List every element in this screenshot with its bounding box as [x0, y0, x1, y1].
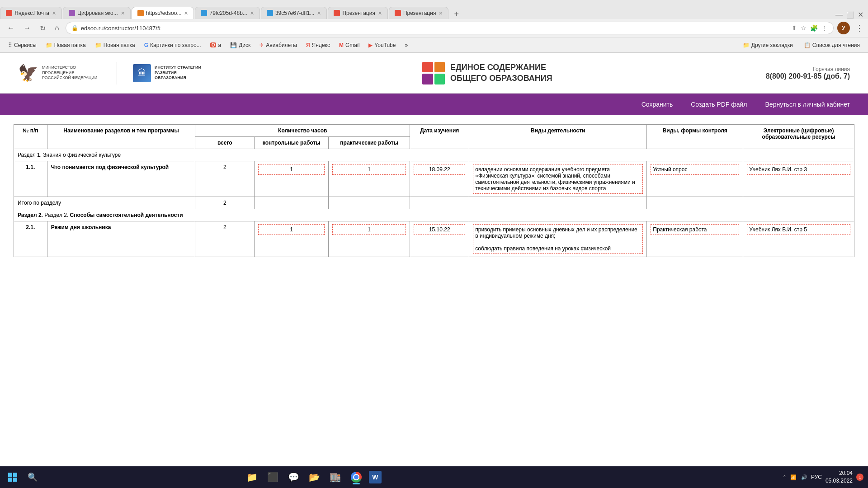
browser-menu-icon[interactable]: ⋮: [855, 23, 863, 33]
word-icon[interactable]: W: [369, 471, 382, 483]
filemanager-icon[interactable]: 📂: [307, 469, 323, 485]
bookmark-youtube[interactable]: ▶ YouTube: [365, 41, 399, 50]
restore-button[interactable]: ⬜: [846, 11, 854, 19]
tab-close-1[interactable]: ✕: [52, 10, 56, 16]
minimize-button[interactable]: —: [835, 11, 843, 19]
address-bar[interactable]: 🔒 edsoo.ru/constructor/110487/# ⬆ ☆ 🧩 ⋮: [66, 22, 834, 34]
row-1-1-activity-input[interactable]: овладении основами содержания учебного п…: [473, 164, 643, 194]
row-2-1-control: Практическая работа: [647, 221, 743, 257]
bookmark-gmail[interactable]: M Gmail: [335, 41, 363, 50]
taskbar-teams[interactable]: 💬: [284, 469, 303, 485]
bookmark-folder-2-icon: 📁: [95, 42, 102, 48]
tab-edsoo[interactable]: https://edsoo... ✕: [132, 7, 194, 19]
row-1-1-practice-input[interactable]: 1: [332, 164, 406, 175]
taskbar-chrome[interactable]: [347, 469, 366, 485]
new-tab-button[interactable]: +: [449, 9, 463, 19]
win-sq-3: [8, 478, 12, 482]
taskbar-search-button[interactable]: 🔍: [24, 469, 41, 485]
row-2-1-control-type-input[interactable]: Практическая работа: [651, 224, 739, 235]
bookmark-youtube-icon: ▶: [368, 42, 373, 48]
taskbar-word[interactable]: W: [368, 471, 383, 483]
row-1-1-control-input[interactable]: 1: [258, 164, 325, 175]
taskbar-filemanager[interactable]: 📂: [305, 469, 324, 485]
eagle-icon: 🦅: [18, 64, 38, 83]
bookmark-other[interactable]: 📁 Другие закладки: [739, 41, 797, 50]
profile-menu-icon[interactable]: ⋮: [821, 24, 828, 32]
main-title-line2: ОБЩЕГО ОБРАЗОВАНИЯ: [450, 73, 552, 84]
tab-close-7[interactable]: ✕: [439, 10, 443, 16]
bookmark-avia[interactable]: ✈ Авиабилеты: [256, 41, 301, 50]
tray-up-arrow[interactable]: ^: [783, 474, 786, 480]
bookmark-odnoklassniki[interactable]: О а: [207, 41, 225, 50]
tab-digital-eco[interactable]: Цифровая эко... ✕: [63, 7, 131, 19]
row-1-1-resources-input[interactable]: Учебник Лях В.И. стр 3: [747, 164, 850, 175]
tab-close-2[interactable]: ✕: [121, 10, 125, 16]
taskbar: 🔍 📁 ⬛ 💬 📂 🏬 W: [0, 466, 868, 488]
row-2-1-control-input[interactable]: 1: [258, 224, 325, 235]
clock-time: 20:04: [826, 469, 853, 477]
profile-avatar[interactable]: У: [837, 22, 850, 34]
extensions-icon[interactable]: 🧩: [810, 24, 818, 32]
section-2-title-text: Раздел 2.: [18, 212, 44, 218]
start-button[interactable]: [5, 469, 21, 485]
share-icon[interactable]: ⬆: [792, 24, 797, 32]
close-button[interactable]: ✕: [858, 10, 863, 19]
save-button[interactable]: Сохранить: [642, 97, 673, 112]
tab-presentation-2[interactable]: Презентация ✕: [389, 7, 449, 19]
main-title-line1: ЕДИНОЕ СОДЕРЖАНИЕ: [450, 62, 552, 73]
bookmark-images[interactable]: G Картинки по запро...: [141, 41, 205, 50]
taskbar-file-explorer[interactable]: 📁: [243, 469, 262, 485]
forward-button[interactable]: →: [21, 23, 33, 33]
tab-close-5[interactable]: ✕: [317, 10, 321, 16]
row-1-1-hours-total: 2: [195, 161, 255, 197]
main-title: ЕДИНОЕ СОДЕРЖАНИЕ ОБЩЕГО ОБРАЗОВАНИЯ: [450, 62, 552, 84]
tab-close-3[interactable]: ✕: [184, 10, 188, 16]
taskbar-right: ^ 📶 🔊 РУС 20:04 05.03.2022 1: [783, 469, 863, 485]
taskbar-store[interactable]: 🏬: [326, 469, 345, 485]
bookmark-yandex-icon: Я: [306, 42, 310, 48]
site-header: 🦅 МИНИСТЕРСТВО ПРОСВЕЩЕНИЯ РОССИЙСКОЙ ФЕ…: [0, 53, 868, 94]
row-2-1-date-input[interactable]: 15.10.22: [414, 224, 465, 235]
tab-39c5[interactable]: 39c57e67-dff1... ✕: [261, 7, 327, 19]
back-to-cabinet-button[interactable]: Вернуться в личный кабинет: [765, 97, 850, 112]
row-1-1-activity: овладении основами содержания учебного п…: [469, 161, 647, 197]
bookmark-folder-1[interactable]: 📁 Новая папка: [42, 41, 90, 50]
bookmark-services[interactable]: ⠿ Сервисы: [5, 41, 40, 50]
institute-icon: 🏛: [133, 64, 151, 82]
notification-badge[interactable]: 1: [856, 474, 863, 481]
win-sq-1: [8, 473, 12, 477]
tab-close-6[interactable]: ✕: [378, 10, 382, 16]
file-explorer-icon[interactable]: 📁: [244, 469, 260, 485]
tab-yandex-mail[interactable]: Яндекс.Почта ✕: [0, 7, 62, 19]
tab-bar: Яндекс.Почта ✕ Цифровая эко... ✕ https:/…: [0, 0, 868, 19]
row-2-1-hours-control: 1: [255, 221, 329, 257]
total-row-1-empty-5: [647, 197, 743, 209]
row-1-1-date-input[interactable]: 18.09.22: [414, 164, 465, 175]
chrome-active-indicator: [353, 483, 360, 484]
back-button[interactable]: ←: [5, 23, 17, 33]
language-indicator[interactable]: РУС: [811, 474, 822, 480]
bookmark-disk[interactable]: 💾 Диск: [226, 41, 254, 50]
widgets-icon[interactable]: ⬛: [265, 469, 281, 485]
bookmark-folder-1-icon: 📁: [46, 42, 52, 48]
reload-button[interactable]: ↻: [37, 23, 48, 34]
home-button[interactable]: ⌂: [52, 23, 62, 33]
teams-icon[interactable]: 💬: [286, 469, 302, 485]
tab-79fc[interactable]: 79fc205d-48b... ✕: [195, 7, 259, 19]
row-2-1-resources-input[interactable]: Учебник Лях В.И. стр 5: [747, 224, 850, 235]
volume-icon: 🔊: [801, 474, 807, 480]
taskbar-widgets[interactable]: ⬛: [264, 469, 283, 485]
header-control-types: Виды, формы контроля: [647, 125, 743, 149]
tab-presentation-1[interactable]: Презентация ✕: [328, 7, 388, 19]
bookmark-yandex[interactable]: Я Яндекс: [302, 41, 334, 50]
row-2-1-practice-input[interactable]: 1: [332, 224, 406, 235]
row-1-1-control-type-input[interactable]: Устный опрос: [651, 164, 739, 175]
bookmark-more[interactable]: »: [401, 41, 411, 50]
create-pdf-button[interactable]: Создать PDF файл: [691, 97, 747, 112]
tab-close-4[interactable]: ✕: [250, 10, 254, 16]
bookmark-folder-2[interactable]: 📁 Новая папка: [91, 41, 139, 50]
bookmark-star-icon[interactable]: ☆: [801, 24, 807, 32]
row-2-1-activity-input[interactable]: приводить примеры основных дневных дел и…: [473, 224, 643, 254]
store-icon[interactable]: 🏬: [327, 469, 344, 485]
bookmark-reading-list[interactable]: 📋 Список для чтения: [800, 41, 863, 50]
